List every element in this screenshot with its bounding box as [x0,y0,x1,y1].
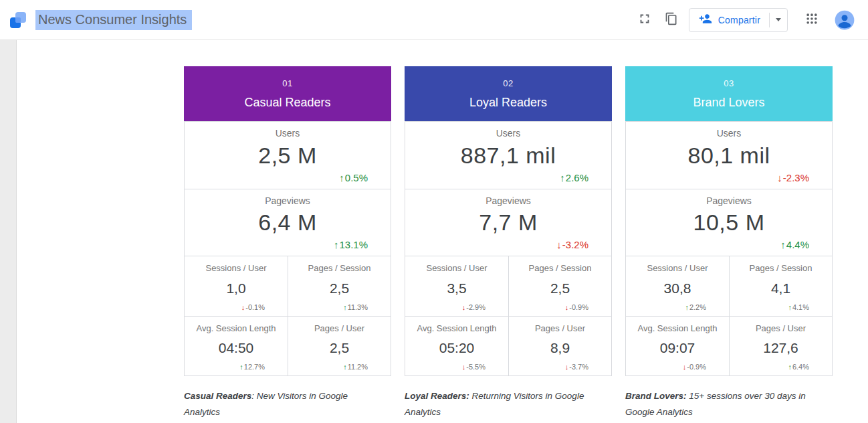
delta-value: -0.1% [245,303,265,311]
google-apps-button[interactable] [798,7,825,33]
delta-value: 4.4% [786,239,809,250]
report-title[interactable]: News Consumer Insights [35,10,192,30]
app-header: News Consumer Insights Compartir [0,0,868,40]
metric-label: Users [717,128,742,139]
metric-pageviews: Pageviews 10,5 M 4.4% [626,189,832,256]
delta-value: 0.5% [345,172,368,183]
metric-delta: 6.4% [788,363,809,371]
delta-value: -0.9% [687,363,706,371]
card-footnote-casual-readers: Casual Readers: New Visitors in Google A… [184,388,379,420]
footnote-term: Loyal Readers: [405,391,469,401]
fullscreen-icon [637,11,652,28]
metric-pages-per-session: Pages / Session 2,5 -0.9% [508,256,611,316]
trend-arrow-icon [339,173,344,183]
metric-value: 04:50 [219,340,254,356]
metric-grid: Sessions / User 30,8 2.2% Pages / Sessio… [626,256,832,375]
trend-arrow-icon [462,304,466,311]
share-button-main[interactable]: Compartir [689,9,769,31]
metric-sessions-per-user: Sessions / User 30,8 2.2% [626,256,729,316]
metric-value: 80,1 mil [687,143,770,169]
metric-delta: 2.2% [685,303,706,311]
user-avatar[interactable] [835,10,855,30]
card-name: Casual Readers [244,96,330,110]
scorecard-brand-lovers[interactable]: 03 Brand Lovers Users 80,1 mil -2.3% Pag… [625,66,833,376]
metric-delta: 11.3% [343,303,368,311]
fullscreen-button[interactable] [631,7,658,33]
metric-label: Pages / Session [308,263,371,273]
metric-value: 2,5 [330,340,349,356]
trend-arrow-icon [334,240,339,250]
metric-label: Pageviews [265,195,310,206]
metric-value: 3,5 [447,280,466,297]
dropdown-caret-icon [776,18,781,21]
card-header: 02 Loyal Readers [405,66,612,121]
card-footnote-brand-lovers: Brand Lovers: 15+ sessions over 30 days … [625,388,821,420]
metric-value: 30,8 [664,280,691,297]
metric-delta: 2.6% [560,172,588,183]
metric-users: Users 887,1 mil 2.6% [405,122,611,189]
person-add-icon [699,12,712,28]
metric-label: Users [496,128,521,139]
card-name: Brand Lovers [693,96,764,110]
metric-delta: -5.5% [462,363,485,371]
metric-value: 6,4 M [258,209,317,236]
delta-value: 2.2% [689,303,706,311]
metric-delta: 12.7% [239,363,265,371]
footnote-term: Brand Lovers: [625,391,687,401]
delta-value: 11.3% [348,303,368,311]
card-number: 03 [724,78,734,88]
metric-delta: -3.7% [565,363,588,371]
scorecard-casual-readers[interactable]: 01 Casual Readers Users 2,5 M 0.5% Pagev… [184,66,391,376]
card-header: 01 Casual Readers [184,66,391,121]
trend-arrow-icon [560,173,565,183]
trend-arrow-icon [556,240,562,250]
data-studio-logo-icon[interactable] [9,11,27,29]
metric-delta: 4.4% [780,239,809,250]
card-header: 03 Brand Lovers [625,66,833,121]
canvas-left-margin [0,40,17,423]
metric-delta: 13.1% [334,239,368,250]
card-footnote-loyal-readers: Loyal Readers: Returning Visitors in Goo… [405,388,600,420]
scorecard-loyal-readers[interactable]: 02 Loyal Readers Users 887,1 mil 2.6% Pa… [405,66,612,376]
trend-arrow-icon [565,363,569,371]
metric-sessions-per-user: Sessions / User 3,5 -2.9% [405,256,508,316]
metric-value: 127,6 [763,340,798,356]
metric-value: 4,1 [771,280,790,297]
metric-label: Avg. Session Length [196,323,276,333]
trend-arrow-icon [462,363,466,371]
trend-arrow-icon [565,304,569,311]
delta-value: -2.3% [783,172,809,183]
trend-arrow-icon [777,173,782,183]
metric-pageviews: Pageviews 6,4 M 13.1% [185,189,391,256]
share-button[interactable]: Compartir [689,8,788,32]
delta-value: 2.6% [566,172,588,183]
appbar-actions: Compartir [631,7,861,33]
metric-label: Pageviews [706,195,752,206]
metric-pages-per-session: Pages / Session 2,5 11.3% [288,256,391,316]
metric-label: Pages / Session [529,263,592,273]
footnote-term: Casual Readers [184,391,251,401]
trend-arrow-icon [788,363,792,371]
metric-delta: 0.5% [339,172,368,183]
make-a-copy-button[interactable] [658,7,685,33]
trend-arrow-icon [683,363,687,371]
metric-delta: -0.1% [241,303,265,311]
metric-delta: 11.2% [343,363,368,371]
metric-pages-per-user: Pages / User 127,6 6.4% [729,316,832,375]
metric-avg-session-length: Avg. Session Length 09:07 -0.9% [626,316,729,375]
metric-grid: Sessions / User 3,5 -2.9% Pages / Sessio… [405,256,611,375]
metric-value: 2,5 [550,280,570,297]
card-name: Loyal Readers [469,96,547,110]
delta-value: -5.5% [466,363,485,371]
metric-value: 887,1 mil [461,143,556,169]
metric-delta: -0.9% [565,303,588,311]
trend-arrow-icon [343,304,347,311]
card-metrics: Users 80,1 mil -2.3% Pageviews 10,5 M 4.… [625,121,833,376]
share-dropdown-button[interactable] [770,9,787,31]
apps-grid-icon [805,12,819,27]
metric-pages-per-user: Pages / User 2,5 11.2% [288,316,391,375]
metric-delta: 4.1% [788,303,809,311]
trend-arrow-icon [343,363,347,371]
delta-value: -3.7% [569,363,588,371]
card-number: 02 [503,78,513,88]
